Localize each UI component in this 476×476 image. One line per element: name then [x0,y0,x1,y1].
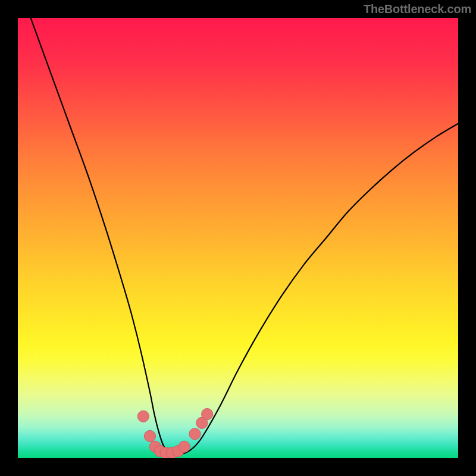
data-marker [144,430,155,441]
curve-layer [18,18,458,458]
plot-area [18,18,458,458]
data-marker [137,411,149,422]
bottleneck-curve [18,18,458,454]
data-marker [178,441,190,452]
marker-group [137,408,213,458]
watermark-text: TheBottleneck.com [364,2,471,16]
data-marker [202,408,213,419]
chart-frame: TheBottleneck.com [0,0,476,476]
data-marker [189,428,201,440]
